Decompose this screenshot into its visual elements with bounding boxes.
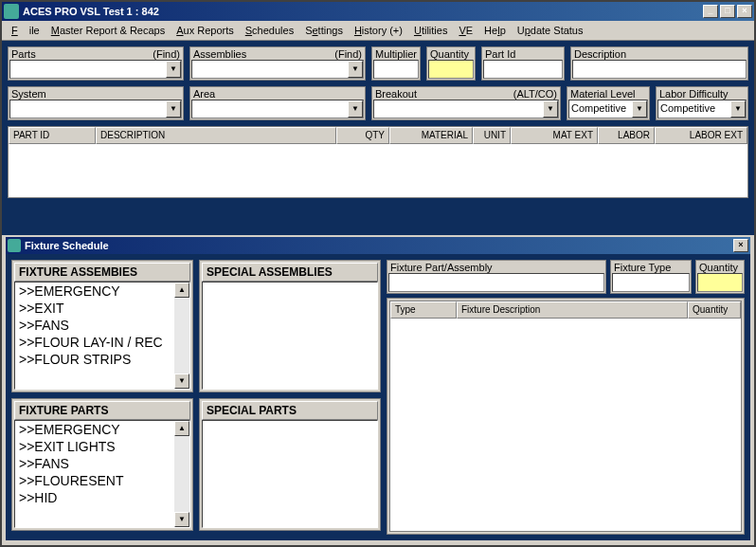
partid-field: Part Id — [481, 46, 565, 81]
list-item[interactable]: >>EMERGENCY — [15, 283, 189, 300]
menu-history[interactable]: History (+) — [349, 23, 408, 38]
fpa-input[interactable] — [388, 273, 604, 292]
parts-label: Parts — [11, 48, 36, 60]
multiplier-field: Multiplier — [371, 46, 421, 81]
matlevel-input[interactable]: Competitive▼ — [568, 100, 648, 119]
ftype-input[interactable] — [612, 273, 690, 292]
th-mat[interactable]: MATERIAL — [389, 127, 473, 144]
breakout-label: Breakout — [375, 88, 417, 100]
menu-aux[interactable]: Aux Reports — [171, 23, 240, 38]
labordiff-field: Labor Difficulty Competitive▼ — [656, 86, 748, 120]
breakout-hint: (ALT/CO) — [513, 88, 557, 100]
menu-utilities[interactable]: Utilities — [408, 23, 453, 38]
th-laborext[interactable]: LABOR EXT — [655, 127, 747, 144]
assemblies-input[interactable]: ▼ — [191, 60, 364, 79]
fixture-schedule-window: Fixture Schedule × FIXTURE ASSEMBIES >>E… — [4, 235, 752, 542]
list-item[interactable]: >>FANS — [15, 455, 189, 472]
fixture-parts-panel: FIXTURE PARTS >>EMERGENCY >>EXIT LIGHTS … — [11, 398, 193, 531]
matlevel-label: Material Level — [570, 88, 635, 100]
system-label: System — [11, 88, 46, 100]
table-body[interactable] — [9, 144, 747, 197]
partid-input[interactable] — [483, 60, 563, 79]
maximize-button[interactable]: □ — [720, 5, 735, 18]
close-button[interactable]: × — [737, 5, 752, 18]
dropdown-icon[interactable]: ▼ — [730, 100, 746, 118]
parts-input[interactable]: ▼ — [9, 60, 182, 79]
sub-title: Fixture Schedule — [25, 240, 733, 251]
list-item[interactable]: >>FLOUR STRIPS — [15, 351, 189, 368]
menu-settings[interactable]: Settings — [299, 23, 349, 38]
parts-field: Parts(Find) ▼ — [8, 46, 184, 81]
fixture-parts-header: FIXTURE PARTS — [14, 401, 190, 420]
th-type[interactable]: Type — [390, 301, 457, 319]
special-parts-panel: SPECIAL PARTS — [199, 398, 381, 531]
system-input[interactable]: ▼ — [9, 100, 182, 119]
menu-ve[interactable]: VE — [453, 23, 478, 38]
scroll-down-icon[interactable]: ▼ — [174, 374, 189, 389]
fixture-type-field: Fixture Type — [610, 260, 692, 294]
list-item[interactable]: >>FANS — [15, 317, 189, 334]
scrollbar[interactable]: ▲▼ — [174, 283, 189, 389]
menu-update[interactable]: Update Status — [512, 23, 589, 38]
sub-close-button[interactable]: × — [733, 239, 748, 252]
th-labor[interactable]: LABOR — [598, 127, 655, 144]
matlevel-field: Material Level Competitive▼ — [567, 86, 650, 120]
description-label: Description — [574, 48, 626, 60]
fixture-parts-list[interactable]: >>EMERGENCY >>EXIT LIGHTS >>FANS >>FLOUR… — [14, 420, 190, 528]
fixture-assemblies-list[interactable]: >>EMERGENCY >>EXIT >>FANS >>FLOUR LAY-IN… — [14, 282, 190, 390]
scroll-down-icon[interactable]: ▼ — [174, 512, 189, 527]
sub-titlebar: Fixture Schedule × — [6, 237, 750, 254]
list-item[interactable]: >>EMERGENCY — [15, 421, 189, 438]
main-titlebar: ACES PRO VSL Test 1 : 842 _ □ × — [2, 2, 754, 21]
fpa-label: Fixture Part/Assembly — [390, 262, 493, 273]
ftype-label: Fixture Type — [614, 262, 671, 273]
list-item[interactable]: >>FLOUR LAY-IN / REC — [15, 334, 189, 351]
sub-table-body[interactable] — [390, 319, 741, 531]
parts-hint: (Find) — [153, 48, 180, 60]
th-unit[interactable]: UNIT — [473, 127, 511, 144]
scroll-up-icon[interactable]: ▲ — [174, 283, 189, 298]
list-item[interactable]: >>EXIT LIGHTS — [15, 438, 189, 455]
th-matext[interactable]: MAT EXT — [511, 127, 598, 144]
dropdown-icon[interactable]: ▼ — [166, 61, 181, 78]
multiplier-input[interactable] — [373, 60, 419, 79]
menu-master[interactable]: Master Report & Recaps — [45, 23, 171, 38]
dropdown-icon[interactable]: ▼ — [166, 100, 181, 118]
dropdown-icon[interactable]: ▼ — [348, 100, 363, 118]
labordiff-input[interactable]: Competitive▼ — [657, 100, 747, 119]
menubar: File Master Report & Recaps Aux Reports … — [2, 21, 754, 41]
sub-quantity-field: Quantity — [695, 260, 745, 294]
scroll-up-icon[interactable]: ▲ — [174, 421, 189, 436]
quantity-input[interactable] — [428, 60, 474, 79]
menu-file[interactable]: File — [6, 23, 45, 38]
main-content: Parts(Find) ▼ Assemblies(Find) ▼ Multipl… — [2, 41, 754, 235]
list-item[interactable]: >>HID — [15, 489, 189, 506]
list-item[interactable]: >>EXIT — [15, 300, 189, 317]
main-window: ACES PRO VSL Test 1 : 842 _ □ × File Mas… — [0, 0, 756, 547]
dropdown-icon[interactable]: ▼ — [543, 100, 558, 118]
dropdown-icon[interactable]: ▼ — [632, 100, 647, 118]
special-assemblies-list[interactable] — [202, 282, 378, 390]
fixture-assemblies-header: FIXTURE ASSEMBIES — [14, 263, 190, 282]
th-qty[interactable]: Quantity — [688, 301, 741, 319]
breakout-input[interactable]: ▼ — [373, 100, 559, 119]
app-icon — [4, 4, 19, 19]
description-input[interactable] — [572, 60, 747, 79]
system-field: System ▼ — [8, 86, 184, 120]
multiplier-label: Multiplier — [375, 48, 417, 60]
menu-schedules[interactable]: Schedules — [240, 23, 299, 38]
th-partid[interactable]: PART ID — [9, 127, 96, 144]
list-item[interactable]: >>FLOURESENT — [15, 472, 189, 489]
special-parts-list[interactable] — [202, 420, 378, 528]
window-controls: _ □ × — [703, 5, 752, 18]
th-qty[interactable]: QTY — [336, 127, 389, 144]
scrollbar[interactable]: ▲▼ — [174, 421, 189, 527]
main-table: PART ID DESCRIPTION QTY MATERIAL UNIT MA… — [8, 126, 748, 198]
menu-help[interactable]: Help — [478, 23, 512, 38]
dropdown-icon[interactable]: ▼ — [348, 61, 363, 78]
area-input[interactable]: ▼ — [191, 100, 364, 119]
th-desc[interactable]: DESCRIPTION — [96, 127, 336, 144]
sub-qty-input[interactable] — [697, 273, 743, 292]
minimize-button[interactable]: _ — [703, 5, 718, 18]
th-fdesc[interactable]: Fixture Description — [457, 301, 688, 319]
